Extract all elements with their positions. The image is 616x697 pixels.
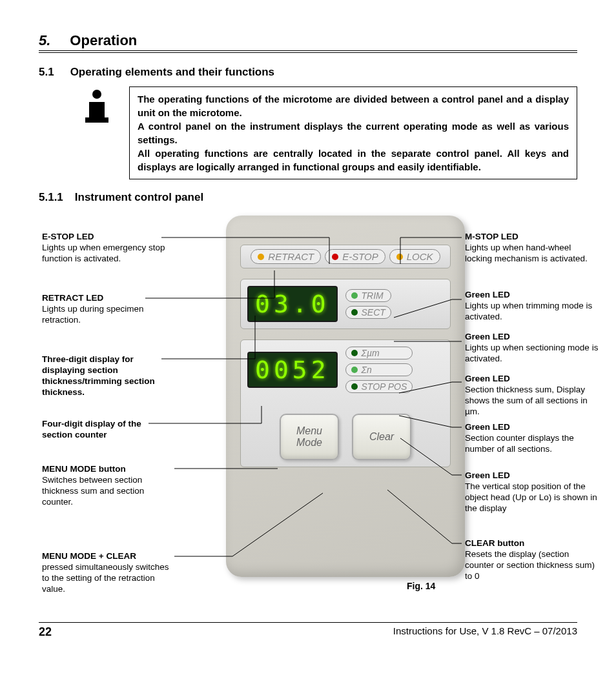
annot-menuclear: MENU MODE + CLEARpressed simultaneously … (42, 551, 171, 595)
svg-rect-1 (89, 102, 105, 120)
chapter-header: 5. Operation (39, 32, 577, 53)
annot-estop: E-STOP LEDLights up when emergency stop … (42, 232, 171, 265)
chapter-number: 5. (39, 32, 50, 49)
sect-indicator: SECT (345, 306, 391, 319)
clear-button[interactable]: Clear (352, 414, 411, 460)
section-title: Operating elements and their functions (70, 66, 274, 79)
annot-clear: CLEAR buttonResets the display (section … (465, 538, 601, 582)
info-p2: A control panel on the instrument displa… (138, 119, 569, 146)
status-led-row: RETRACT E-STOP LOCK (240, 245, 451, 268)
info-block: The operating functions of the microtome… (39, 86, 577, 179)
annot-sect-led: Green LEDLights up when sectioning mode … (465, 332, 601, 365)
figure-caption: Fig. 14 (407, 581, 435, 591)
stoppos-led (351, 383, 358, 390)
sum-um-led (351, 350, 358, 356)
stoppos-indicator: STOP POS (345, 380, 413, 393)
estop-led (332, 254, 338, 260)
sect-led (351, 309, 358, 316)
svg-rect-2 (85, 117, 108, 123)
sum-n-indicator: Σn (345, 363, 413, 376)
info-p3: All operating functions are centrally lo… (138, 146, 569, 174)
sum-n-led (351, 367, 358, 373)
annot-sum-um: Green LEDSection thickness sum, Display … (465, 374, 601, 418)
subsection-title: Instrument control panel (75, 191, 203, 204)
annot-menumode: MENU MODE buttonSwitches between section… (42, 464, 171, 508)
annot-stoppos: Green LEDThe vertical stop position of t… (465, 470, 601, 514)
control-panel-diagram: RETRACT E-STOP LOCK 03.0 TRIM SECT 0052 … (39, 216, 577, 616)
info-p1: The operating functions of the microtome… (138, 92, 569, 119)
lock-indicator: LOCK (389, 249, 440, 264)
menu-mode-button[interactable]: Menu Mode (280, 414, 339, 460)
info-icon (77, 86, 116, 125)
three-digit-display: 03.0 (247, 286, 338, 322)
sum-um-indicator: Σµm (345, 347, 413, 359)
retract-led (258, 254, 264, 260)
annot-sum-n: Green LEDSection counter displays the nu… (465, 422, 601, 455)
estop-indicator: E-STOP (325, 249, 385, 264)
four-digit-display: 0052 (247, 352, 338, 388)
page-footer: 22 Instructions for Use, V 1.8 RevC – 07… (39, 622, 577, 639)
trim-led (351, 292, 358, 299)
lock-led (396, 254, 403, 260)
svg-point-0 (92, 90, 101, 99)
annot-mstop: M-STOP LEDLights up when hand-wheel lock… (465, 232, 601, 265)
subsection-number: 5.1.1 (39, 191, 63, 204)
annot-3digit: Three-digit display for displaying secti… (42, 354, 171, 398)
annot-4digit: Four-digit display of the section counte… (42, 419, 171, 441)
annot-retract: RETRACT LEDLights up during specimen ret… (42, 293, 171, 326)
retract-indicator: RETRACT (251, 249, 321, 264)
counter-group: 0052 Σµm Σn STOP POS Menu Mode Clear (240, 339, 451, 467)
annot-trim-led: Green LEDLights up when trimming mode is… (465, 290, 601, 323)
page-number: 22 (39, 625, 52, 639)
chapter-title: Operation (70, 32, 137, 49)
subsection-header: 5.1.1 Instrument control panel (39, 191, 577, 204)
thickness-group: 03.0 TRIM SECT (240, 279, 451, 329)
section-number: 5.1 (39, 66, 54, 79)
trim-indicator: TRIM (345, 289, 391, 302)
footer-text: Instructions for Use, V 1.8 RevC – 07/20… (393, 625, 577, 639)
section-header: 5.1 Operating elements and their functio… (39, 66, 577, 79)
control-panel: RETRACT E-STOP LOCK 03.0 TRIM SECT 0052 … (226, 216, 465, 577)
info-box: The operating functions of the microtome… (129, 86, 577, 179)
